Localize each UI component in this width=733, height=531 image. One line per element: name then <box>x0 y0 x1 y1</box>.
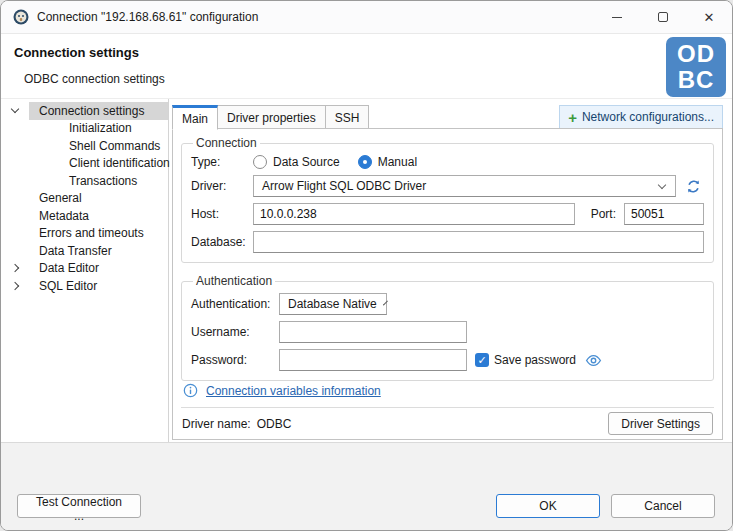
database-input[interactable] <box>253 231 704 253</box>
title-bar: Connection "192.168.68.61" configuration… <box>1 1 732 34</box>
sidebar-item-sql-editor[interactable]: SQL Editor <box>1 277 168 295</box>
reload-drivers-button[interactable] <box>682 175 704 197</box>
ok-button[interactable]: OK <box>496 494 600 518</box>
auth-type-value: Database Native <box>288 297 377 311</box>
sidebar-item-data-editor[interactable]: Data Editor <box>1 260 168 278</box>
window-controls: ✕ <box>594 1 732 33</box>
chevron-down-icon <box>658 180 666 188</box>
odbc-logo-line2: BC <box>678 67 715 93</box>
sidebar-item-general[interactable]: General <box>1 190 168 208</box>
sidebar-item-transactions[interactable]: Transactions <box>1 172 168 190</box>
tree-item-label: Data Transfer <box>29 242 168 260</box>
database-label: Database: <box>191 235 253 249</box>
tree-item-label: Metadata <box>29 207 168 225</box>
tree-item-label: Initialization <box>29 120 168 138</box>
eye-icon <box>585 352 602 369</box>
window-title: Connection "192.168.68.61" configuration <box>37 10 594 24</box>
driver-name-row: Driver name: ODBC Driver Settings <box>181 407 714 439</box>
dialog-body: Connection settings Initialization Shell… <box>1 99 732 442</box>
chevron-down-icon[interactable] <box>1 109 29 112</box>
host-row: Host: Port: <box>191 203 704 225</box>
tree-item-label: General <box>29 190 168 208</box>
username-row: Username: <box>191 321 704 343</box>
chevron-down-icon <box>383 300 388 305</box>
page-subtitle: ODBC connection settings <box>24 72 165 86</box>
host-input[interactable] <box>253 203 575 225</box>
save-password-checkbox[interactable]: ✓ Save password <box>475 353 576 367</box>
connection-legend: Connection <box>193 136 260 150</box>
connection-group: Connection Type: Data Source Manual <box>181 136 714 263</box>
plus-icon: + <box>568 109 577 126</box>
minimize-button[interactable] <box>594 1 640 33</box>
dialog-footer: Test Connection ... OK Cancel <box>1 442 732 531</box>
dialog-header: Connection settings ODBC connection sett… <box>1 34 732 99</box>
tab-main[interactable]: Main <box>172 105 218 130</box>
network-configurations-button[interactable]: + Network configurations... <box>559 105 723 129</box>
maximize-button[interactable] <box>640 1 686 33</box>
sidebar-item-shell-commands[interactable]: Shell Commands <box>1 137 168 155</box>
main-tab-panel: Connection Type: Data Source Manual <box>172 128 723 440</box>
sidebar-item-initialization[interactable]: Initialization <box>1 120 168 138</box>
authentication-legend: Authentication <box>193 274 275 288</box>
tree-item-label: SQL Editor <box>29 277 168 295</box>
tree-item-label: Client identification <box>29 155 170 173</box>
port-label: Port: <box>591 207 616 221</box>
authentication-group: Authentication Authentication: Database … <box>181 274 714 381</box>
dbeaver-app-icon <box>13 9 29 25</box>
odbc-logo-icon: OD BC <box>666 37 726 97</box>
sidebar-item-errors-and-timeouts[interactable]: Errors and timeouts <box>1 225 168 243</box>
tree-item-label: Shell Commands <box>29 137 168 155</box>
checkbox-checked-icon: ✓ <box>475 353 489 367</box>
show-password-button[interactable] <box>582 349 604 371</box>
sidebar-item-client-identification[interactable]: Client identification <box>1 155 168 173</box>
network-configurations-label: Network configurations... <box>582 110 714 124</box>
tree-item-label: Errors and timeouts <box>29 225 168 243</box>
sidebar-item-connection-settings[interactable]: Connection settings <box>1 102 168 120</box>
driver-row: Driver: Arrow Flight SQL ODBC Driver <box>191 175 704 197</box>
driver-select-value: Arrow Flight SQL ODBC Driver <box>262 179 651 193</box>
driver-label: Driver: <box>191 179 253 193</box>
auth-type-label: Authentication: <box>191 297 279 311</box>
password-row: Password: ✓ Save password <box>191 349 704 371</box>
info-icon <box>183 383 198 398</box>
radio-off-icon <box>253 155 267 169</box>
sidebar-item-data-transfer[interactable]: Data Transfer <box>1 242 168 260</box>
tab-ssh[interactable]: SSH <box>326 105 370 130</box>
tab-driver-properties[interactable]: Driver properties <box>218 105 326 130</box>
radio-on-icon <box>358 155 372 169</box>
radio-data-source[interactable]: Data Source <box>253 155 340 169</box>
driver-name-label: Driver name: <box>182 417 251 431</box>
sidebar-item-metadata[interactable]: Metadata <box>1 207 168 225</box>
connection-variables-link[interactable]: Connection variables information <box>206 384 381 398</box>
username-label: Username: <box>191 325 279 339</box>
save-password-label: Save password <box>494 353 576 367</box>
host-label: Host: <box>191 207 253 221</box>
tree-item-label: Connection settings <box>29 102 168 120</box>
chevron-right-icon[interactable] <box>1 283 29 289</box>
auth-type-select[interactable]: Database Native <box>279 293 387 315</box>
driver-name-value: ODBC <box>257 417 292 431</box>
driver-settings-button[interactable]: Driver Settings <box>608 412 713 435</box>
test-connection-button[interactable]: Test Connection ... <box>17 494 141 518</box>
maximize-icon <box>658 12 668 22</box>
password-label: Password: <box>191 353 279 367</box>
tree-item-label: Transactions <box>29 172 168 190</box>
driver-select[interactable]: Arrow Flight SQL ODBC Driver <box>253 175 676 197</box>
password-input[interactable] <box>279 349 467 371</box>
type-row: Type: Data Source Manual <box>191 155 704 169</box>
close-button[interactable]: ✕ <box>686 1 732 33</box>
sync-icon <box>685 178 702 195</box>
chevron-right-icon[interactable] <box>1 265 29 271</box>
odbc-logo-line1: OD <box>677 41 715 67</box>
auth-type-row: Authentication: Database Native <box>191 293 704 315</box>
username-input[interactable] <box>279 321 467 343</box>
connection-configuration-dialog: Connection "192.168.68.61" configuration… <box>0 0 733 531</box>
cancel-button[interactable]: Cancel <box>611 494 715 518</box>
tree-item-label: Data Editor <box>29 260 168 278</box>
main-area: Main Driver properties SSH + Network con… <box>169 99 732 442</box>
close-icon: ✕ <box>704 10 715 25</box>
page-title: Connection settings <box>14 45 139 60</box>
radio-data-source-label: Data Source <box>273 155 340 169</box>
radio-manual[interactable]: Manual <box>358 155 417 169</box>
port-input[interactable] <box>624 203 704 225</box>
